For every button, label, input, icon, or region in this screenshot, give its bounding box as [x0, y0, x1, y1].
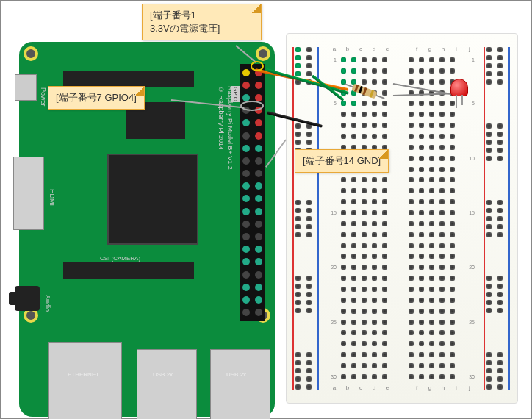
- power-rail-right: [486, 41, 508, 395]
- usb-port: [137, 349, 197, 419]
- csi-label: CSI (CAMERA): [100, 255, 140, 262]
- mounting-hole: [256, 46, 270, 61]
- callout-text: 3.3Vの電源電圧]: [150, 23, 220, 34]
- callout-pin7: [端子番号7 GPIO4]: [48, 86, 145, 110]
- callout-text: [端子番号7 GPIO4]: [56, 92, 137, 103]
- breadboard: abcdefghij 115510101515202025253030 abcd…: [286, 33, 518, 404]
- csi-connector: [63, 262, 194, 279]
- micro-usb-power: [15, 74, 37, 101]
- audio-label: Audio: [44, 295, 51, 312]
- callout-pin1: [端子番号1 3.3Vの電源電圧]: [142, 4, 262, 40]
- audio-jack: [15, 286, 40, 311]
- gpio-label: GPIO: [231, 86, 240, 102]
- power-rail-left: [295, 41, 317, 395]
- annotation-circle-pin1: [251, 61, 264, 71]
- led-red: [450, 79, 471, 105]
- dsi-connector: [63, 71, 194, 87]
- hdmi-label: HDMI: [48, 189, 56, 206]
- ethernet-label: ETHERNET: [68, 371, 99, 378]
- circuit-diagram: HDMI Power Audio DSI (DISPLAY) CSI (CAME…: [0, 0, 532, 419]
- ethernet-port: [48, 342, 122, 419]
- copyright-label: © Raspberry Pi 2014: [218, 86, 225, 150]
- power-label: Power: [40, 87, 47, 107]
- annotation-circle-pin7: [240, 101, 264, 111]
- hdmi-port: [13, 157, 44, 230]
- soc-chip: [107, 154, 198, 245]
- callout-pin14: [端子番号14 GND]: [295, 149, 389, 173]
- mounting-hole: [24, 46, 38, 61]
- usb-label: USB 2x: [226, 371, 246, 378]
- callout-text: [端子番号14 GND]: [303, 155, 381, 166]
- usb-label: USB 2x: [153, 371, 173, 378]
- usb-port: [210, 349, 270, 419]
- callout-text: [端子番号1: [150, 10, 196, 21]
